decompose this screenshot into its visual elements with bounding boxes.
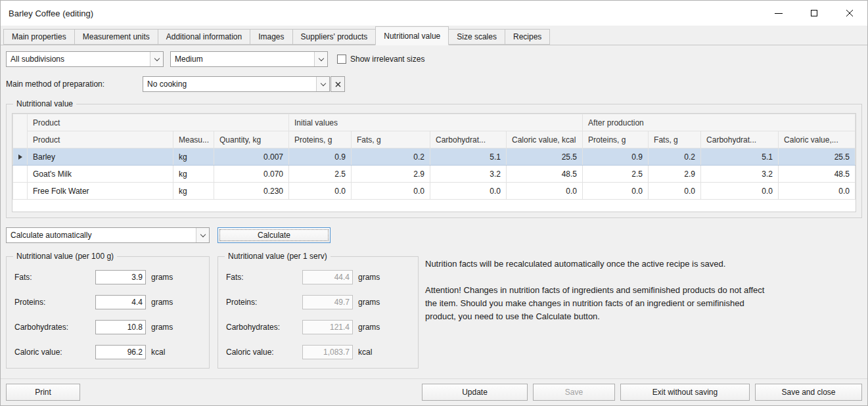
table-cell[interactable]: kg — [173, 183, 214, 200]
table-cell[interactable]: 5.1 — [430, 148, 507, 166]
proteins-unit-label: grams — [358, 298, 380, 307]
size-dropdown-button[interactable] — [314, 52, 327, 66]
exit-without-saving-button[interactable]: Exit without saving — [620, 384, 750, 401]
tab-images[interactable]: Images — [250, 29, 292, 45]
tab-suppliers-products[interactable]: Suppliers' products — [292, 29, 377, 45]
table-cell[interactable]: kg — [173, 166, 214, 183]
window-controls — [761, 1, 867, 26]
table-cell[interactable]: 0.0 — [352, 183, 430, 200]
column-header-product[interactable]: Product — [28, 131, 173, 148]
table-cell[interactable]: 0.070 — [214, 166, 289, 183]
per-serving-group: Nutritional value (per 1 serv) Fats: gra… — [217, 256, 419, 369]
table-cell[interactable]: Goat's Milk — [28, 166, 173, 183]
table-cell[interactable]: 0.0 — [507, 183, 583, 200]
preparation-select[interactable]: No cooking — [143, 76, 330, 92]
column-header-caloric-after[interactable]: Caloric value,... — [779, 131, 856, 148]
table-cell[interactable]: 2.9 — [649, 166, 701, 183]
column-header-measurement[interactable]: Measu... — [173, 131, 214, 148]
table-cell[interactable]: 0.9 — [289, 148, 352, 166]
table-cell[interactable]: 0.230 — [214, 183, 289, 200]
tab-recipes[interactable]: Recipes — [505, 29, 550, 45]
minimize-button[interactable] — [761, 1, 796, 26]
table-cell[interactable]: 0.007 — [214, 148, 289, 166]
table-row-goats-milk[interactable]: Goat's Milk kg 0.070 2.5 2.9 3.2 48.5 2.… — [13, 166, 856, 183]
table-cell[interactable]: 0.0 — [701, 183, 779, 200]
table-cell[interactable]: 2.9 — [352, 166, 430, 183]
table-cell[interactable]: 48.5 — [507, 166, 583, 183]
page-content: All subdivisions Medium Show irrelevant … — [1, 45, 867, 378]
preparation-clear-button[interactable] — [331, 76, 345, 92]
column-header-fats-initial[interactable]: Fats, g — [352, 131, 430, 148]
close-button[interactable] — [832, 1, 867, 26]
info-attention-note: Attention! Changes in nutrition facts of… — [425, 284, 773, 323]
table-row-free-folk-water[interactable]: Free Folk Water kg 0.230 0.0 0.0 0.0 0.0… — [13, 183, 856, 200]
fats-unit-label: grams — [358, 273, 380, 282]
table-cell[interactable]: 0.0 — [583, 183, 649, 200]
tab-size-scales[interactable]: Size scales — [448, 29, 505, 45]
table-cell[interactable]: kg — [173, 148, 214, 166]
table-cell[interactable]: 0.0 — [289, 183, 352, 200]
save-and-close-button[interactable]: Save and close — [755, 384, 862, 401]
row-indicator-cell — [13, 183, 28, 200]
table-row-barley[interactable]: Barley kg 0.007 0.9 0.2 5.1 25.5 0.9 0.2… — [13, 148, 856, 166]
column-header-proteins-initial[interactable]: Proteins, g — [289, 131, 352, 148]
table-cell[interactable]: 2.5 — [289, 166, 352, 183]
save-button[interactable]: Save — [533, 384, 615, 401]
tab-main-properties[interactable]: Main properties — [3, 29, 75, 45]
column-header-fats-after[interactable]: Fats, g — [649, 131, 701, 148]
chevron-down-icon — [154, 55, 159, 60]
tab-additional-information[interactable]: Additional information — [158, 29, 250, 45]
column-header-caloric-initial[interactable]: Caloric value, kcal — [507, 131, 583, 148]
table-cell[interactable]: 0.2 — [649, 148, 701, 166]
carbohydrates-serv-input — [302, 320, 353, 334]
fats-serv-row: Fats: grams — [226, 270, 411, 284]
subdivision-dropdown-button[interactable] — [150, 52, 163, 66]
show-irrelevant-checkbox[interactable] — [337, 55, 346, 64]
filter-row: All subdivisions Medium Show irrelevant … — [6, 51, 862, 67]
table-cell[interactable]: 0.9 — [583, 148, 649, 166]
calculate-button[interactable]: Calculate — [217, 227, 331, 243]
update-button[interactable]: Update — [422, 384, 528, 401]
table-cell[interactable]: 0.0 — [779, 183, 856, 200]
column-header-quantity[interactable]: Quantity, kg — [214, 131, 289, 148]
table-cell[interactable]: 25.5 — [507, 148, 583, 166]
calculation-mode-dropdown-button[interactable] — [196, 228, 209, 242]
table-cell[interactable]: 0.2 — [352, 148, 430, 166]
close-icon — [846, 9, 854, 17]
column-header-carbohydrates-initial[interactable]: Carbohydrat... — [430, 131, 507, 148]
column-header-proteins-after[interactable]: Proteins, g — [583, 131, 649, 148]
subdivision-select[interactable]: All subdivisions — [6, 51, 164, 67]
preparation-dropdown-button[interactable] — [316, 77, 329, 91]
nutritional-value-group-title: Nutritional value — [13, 99, 76, 108]
caloric-100g-input[interactable] — [95, 345, 146, 359]
table-cell[interactable]: 25.5 — [779, 148, 856, 166]
calculation-mode-select[interactable]: Calculate automatically — [6, 227, 210, 243]
tab-measurement-units[interactable]: Measurement units — [74, 29, 158, 45]
carbohydrates-100g-input[interactable] — [95, 320, 146, 334]
table-cell[interactable]: 48.5 — [779, 166, 856, 183]
print-button[interactable]: Print — [6, 384, 80, 401]
fats-100g-row: Fats: grams — [14, 270, 202, 284]
show-irrelevant-label: Show irrelevant sizes — [350, 55, 424, 64]
size-select[interactable]: Medium — [170, 51, 328, 67]
tab-nutritional-value[interactable]: Nutritional value — [375, 26, 449, 45]
table-cell[interactable]: Barley — [28, 148, 173, 166]
footer-right-buttons: Update Save Exit without saving Save and… — [422, 384, 862, 401]
proteins-100g-input[interactable] — [95, 295, 146, 309]
caloric-100g-row: Caloric value: kcal — [14, 345, 202, 359]
row-indicator-cell — [13, 166, 28, 183]
table-cell[interactable]: 0.0 — [649, 183, 701, 200]
table-cell[interactable]: 3.2 — [701, 166, 779, 183]
footer-bar: Print Update Save Exit without saving Sa… — [1, 378, 867, 405]
table-cell[interactable]: 5.1 — [701, 148, 779, 166]
table-cell[interactable]: Free Folk Water — [28, 183, 173, 200]
table-cell[interactable]: 0.0 — [430, 183, 507, 200]
table-cell[interactable]: 2.5 — [583, 166, 649, 183]
nutritional-value-group: Nutritional value Product Initial values… — [6, 104, 862, 218]
fats-100g-input[interactable] — [95, 270, 146, 284]
column-header-carbohydrates-after[interactable]: Carbohydrat... — [701, 131, 779, 148]
table-cell[interactable]: 3.2 — [430, 166, 507, 183]
maximize-button[interactable] — [796, 1, 832, 26]
caloric-serv-row: Caloric value: kcal — [226, 345, 411, 359]
column-header-row: Product Measu... Quantity, kg Proteins, … — [13, 131, 856, 148]
